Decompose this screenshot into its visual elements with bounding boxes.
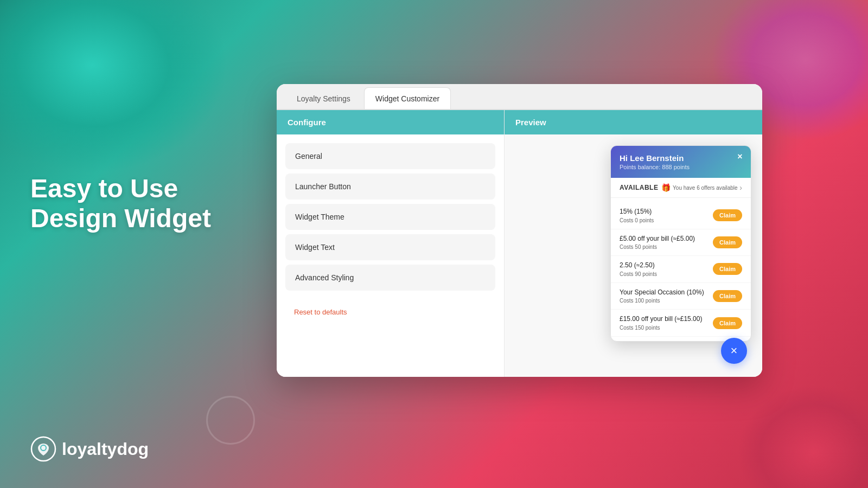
decorative-circle [206,396,255,445]
offer-cost-4: Costs 150 points [620,325,709,331]
offer-info-0: 15% (15%) Costs 0 points [620,208,709,223]
offer-cost-0: Costs 0 points [620,217,709,223]
offer-title-1: £5.00 off your bill (≈£5.00) [620,235,709,243]
preview-panel: Preview × Hi Lee Bernstein Points balanc… [505,110,762,377]
widget-popup: × Hi Lee Bernstein Points balance: 888 p… [610,145,751,342]
claim-button-0[interactable]: Claim [713,209,742,221]
offer-item-3: Your Special Occasion (10%) Costs 100 po… [611,283,751,310]
widget-available-row[interactable]: AVAILABLE 🎁 You have 6 offers available … [611,178,751,198]
hero-line1: Easy to Use [30,174,178,203]
offer-title-2: 2.50 (≈2.50) [620,261,709,270]
menu-item-advanced-styling[interactable]: Advanced Styling [285,265,495,291]
offer-item-1: £5.00 off your bill (≈£5.00) Costs 50 po… [611,229,751,256]
logo: loyaltydog [30,436,149,462]
main-card: Loyalty Settings Widget Customizer Confi… [277,84,762,377]
offer-cost-2: Costs 90 points [620,271,709,277]
claim-button-4[interactable]: Claim [713,317,742,329]
configure-menu-list: General Launcher Button Widget Theme Wid… [277,134,504,299]
preview-content: × Hi Lee Bernstein Points balance: 888 p… [505,134,762,377]
widget-greeting: Hi Lee Bernstein [620,153,742,163]
offer-title-3: Your Special Occasion (10%) [620,288,709,297]
offer-item-0: 15% (15%) Costs 0 points Claim [611,202,751,229]
chevron-right-icon: › [739,183,742,192]
offer-cost-1: Costs 50 points [620,244,709,250]
available-label: AVAILABLE [620,184,658,191]
widget-points: Points balance: 888 points [620,164,742,170]
configure-panel: Configure General Launcher Button Widget… [277,110,505,377]
offer-cost-3: Costs 100 points [620,298,709,304]
widget-close-button[interactable]: × [735,151,745,162]
offer-item-4: £15.00 off your bill (≈£15.00) Costs 150… [611,310,751,337]
tab-loyalty-settings[interactable]: Loyalty Settings [285,87,362,109]
claim-button-1[interactable]: Claim [713,236,742,248]
logo-text: loyaltydog [62,439,149,459]
widget-fab-button[interactable]: × [721,338,747,364]
hero-section: Easy to Use Design Widget [30,174,211,233]
preview-header: Preview [505,110,762,134]
offer-info-3: Your Special Occasion (10%) Costs 100 po… [620,288,709,304]
offer-info-4: £15.00 off your bill (≈£15.00) Costs 150… [620,315,709,331]
offer-item-2: 2.50 (≈2.50) Costs 90 points Claim [611,256,751,283]
tabs-row: Loyalty Settings Widget Customizer [277,84,762,110]
logo-icon [30,436,56,462]
card-body: Configure General Launcher Button Widget… [277,110,762,377]
claim-button-2[interactable]: Claim [713,263,742,275]
offer-title-4: £15.00 off your bill (≈£15.00) [620,315,709,324]
configure-header: Configure [277,110,504,134]
widget-available-left: AVAILABLE 🎁 [620,183,671,192]
menu-item-launcher-button[interactable]: Launcher Button [285,174,495,200]
tab-widget-customizer[interactable]: Widget Customizer [364,87,451,109]
widget-offers-list: 15% (15%) Costs 0 points Claim £5.00 off… [611,198,751,341]
reset-link[interactable]: Reset to defaults [277,299,504,325]
hero-line2: Design Widget [30,204,211,233]
menu-item-general[interactable]: General [285,143,495,169]
offer-title-0: 15% (15%) [620,208,709,216]
menu-item-widget-theme[interactable]: Widget Theme [285,204,495,230]
available-sub: You have 6 offers available [673,185,738,191]
offer-info-2: 2.50 (≈2.50) Costs 90 points [620,261,709,277]
menu-item-widget-text[interactable]: Widget Text [285,234,495,260]
claim-button-3[interactable]: Claim [713,290,742,302]
offer-info-1: £5.00 off your bill (≈£5.00) Costs 50 po… [620,235,709,251]
gift-icon: 🎁 [661,183,671,192]
widget-header: × Hi Lee Bernstein Points balance: 888 p… [611,146,751,178]
